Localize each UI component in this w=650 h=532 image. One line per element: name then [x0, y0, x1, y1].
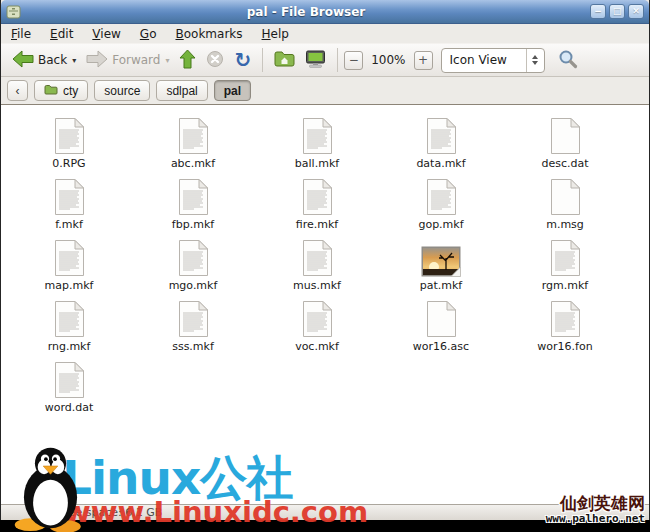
text-document-icon: [178, 237, 209, 277]
close-icon: ✕: [632, 7, 640, 16]
file-item[interactable]: fire.mkf: [255, 176, 379, 237]
file-name: pat.mkf: [420, 279, 463, 292]
breadcrumb-label: source: [104, 84, 140, 98]
file-item[interactable]: voc.mkf: [255, 298, 379, 359]
zoom-level: 100%: [371, 53, 405, 67]
breadcrumb-source[interactable]: source: [94, 80, 150, 101]
maximize-icon: □: [613, 7, 622, 16]
combobox-spinner-icon: [527, 55, 544, 65]
file-name: word.dat: [45, 401, 94, 414]
file-item[interactable]: rng.mkf: [7, 298, 131, 359]
text-document-icon: [54, 176, 85, 216]
screen: pal - File Browser − □ ✕ File Edit View …: [0, 0, 650, 532]
file-item[interactable]: data.mkf: [379, 115, 503, 176]
file-item[interactable]: word.dat: [7, 359, 131, 420]
forward-arrow-icon: [86, 50, 108, 71]
text-document-icon: [550, 298, 581, 338]
maximize-button[interactable]: □: [609, 4, 625, 19]
view-mode-select[interactable]: Icon View: [441, 48, 545, 73]
file-item[interactable]: abc.mkf: [131, 115, 255, 176]
reload-button[interactable]: ↻: [229, 47, 256, 73]
file-name: abc.mkf: [171, 157, 215, 170]
up-arrow-icon: [179, 49, 196, 72]
menu-help[interactable]: Help: [262, 27, 289, 41]
stop-button[interactable]: [201, 47, 229, 74]
home-button[interactable]: [269, 47, 300, 73]
minimize-icon: −: [594, 7, 602, 16]
text-document-icon: [178, 176, 209, 216]
text-document-icon: [54, 298, 85, 338]
file-name: m.msg: [546, 218, 584, 231]
computer-icon: [305, 50, 326, 71]
scroll-left-icon: ‹: [16, 84, 20, 98]
file-item[interactable]: wor16.asc: [379, 298, 503, 359]
file-item[interactable]: ball.mkf: [255, 115, 379, 176]
folder-icon: [44, 84, 58, 98]
file-name: fbp.mkf: [172, 218, 214, 231]
file-item[interactable]: m.msg: [503, 176, 627, 237]
file-item[interactable]: wor16.fon: [503, 298, 627, 359]
menu-view[interactable]: View: [92, 27, 120, 41]
home-icon: [274, 50, 295, 70]
file-item[interactable]: desc.dat: [503, 115, 627, 176]
file-item[interactable]: pat.mkf: [379, 237, 503, 298]
file-item[interactable]: f.mkf: [7, 176, 131, 237]
text-document-icon: [302, 115, 333, 155]
computer-button[interactable]: [300, 47, 331, 74]
text-document-icon: [302, 237, 333, 277]
file-name: fire.mkf: [296, 218, 338, 231]
menubar: File Edit View Go Bookmarks Help: [1, 24, 649, 43]
close-button[interactable]: ✕: [628, 4, 644, 19]
blank-document-icon: [426, 298, 457, 338]
back-button[interactable]: Back ▾: [7, 47, 81, 74]
palhero-url: www.palhero.net: [546, 513, 645, 525]
menu-go[interactable]: Go: [140, 27, 157, 41]
forward-button[interactable]: Forward ▾: [81, 47, 174, 74]
file-item[interactable]: 0.RPG: [7, 115, 131, 176]
breadcrumb-sdlpal[interactable]: sdlpal: [156, 80, 207, 101]
file-name: desc.dat: [541, 157, 588, 170]
toolbar-separator: [337, 48, 338, 72]
file-item[interactable]: sss.mkf: [131, 298, 255, 359]
file-item[interactable]: mus.mkf: [255, 237, 379, 298]
zoom-out-icon: −: [349, 53, 359, 67]
menu-file[interactable]: File: [11, 27, 31, 41]
minimize-button[interactable]: −: [590, 4, 606, 19]
file-name: sss.mkf: [172, 340, 214, 353]
breadcrumb-pal[interactable]: pal: [214, 80, 251, 101]
file-item[interactable]: fbp.mkf: [131, 176, 255, 237]
up-button[interactable]: [174, 46, 201, 75]
breadcrumb-label: cty: [63, 84, 78, 98]
file-item[interactable]: mgo.mkf: [131, 237, 255, 298]
text-document-icon: [426, 176, 457, 216]
search-icon: [558, 49, 578, 72]
menu-bookmarks[interactable]: Bookmarks: [175, 27, 242, 41]
path-scroll-left-button[interactable]: ‹: [7, 80, 28, 101]
path-bar: ‹ cty source sdlpal pal: [1, 77, 649, 104]
toolbar-separator: [262, 48, 263, 72]
zoom-in-button[interactable]: +: [414, 51, 433, 70]
titlebar: pal - File Browser − □ ✕: [1, 0, 649, 24]
file-item[interactable]: rgm.mkf: [503, 237, 627, 298]
zoom-out-button[interactable]: −: [344, 51, 363, 70]
blank-document-icon: [550, 176, 581, 216]
search-button[interactable]: [553, 46, 583, 75]
blank-document-icon: [550, 115, 581, 155]
window-controls: − □ ✕: [590, 4, 644, 19]
file-name: mgo.mkf: [169, 279, 218, 292]
text-document-icon: [178, 115, 209, 155]
breadcrumb-cty[interactable]: cty: [34, 80, 88, 101]
file-name: voc.mkf: [295, 340, 339, 353]
file-name: f.mkf: [55, 218, 83, 231]
file-item[interactable]: map.mkf: [7, 237, 131, 298]
file-item[interactable]: gop.mkf: [379, 176, 503, 237]
breadcrumb-label: pal: [224, 84, 241, 98]
file-name: 0.RPG: [52, 157, 85, 170]
stop-icon: [206, 50, 224, 71]
palhero-name: 仙剑英雄网: [546, 494, 645, 513]
window-title: pal - File Browser: [26, 5, 586, 19]
tux-logo: [4, 444, 108, 532]
file-name: gop.mkf: [418, 218, 463, 231]
menu-edit[interactable]: Edit: [50, 27, 73, 41]
text-document-icon: [54, 237, 85, 277]
